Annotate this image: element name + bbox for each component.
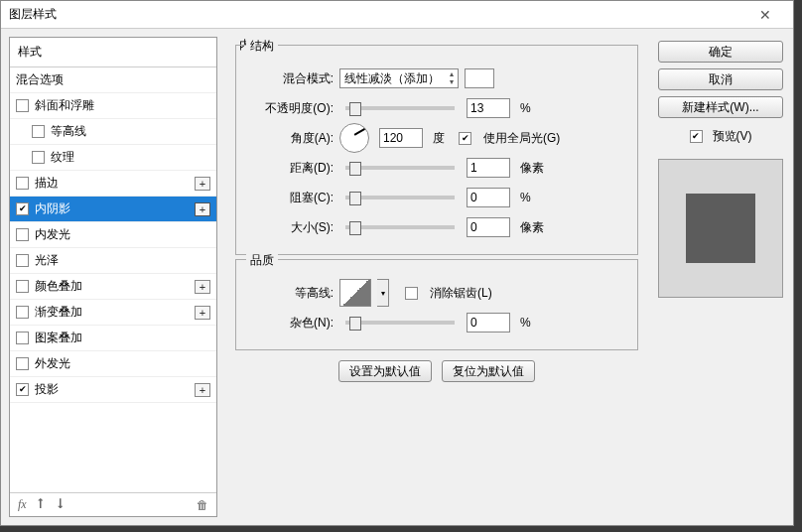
checkbox-preview[interactable] (690, 130, 703, 143)
angle-dial[interactable] (339, 123, 369, 153)
distance-label: 距离(D): (248, 160, 334, 177)
global-light-label: 使用全局光(G) (483, 130, 560, 147)
row-gradient-overlay[interactable]: 渐变叠加+ (10, 300, 216, 326)
add-gradient-overlay-icon[interactable]: + (195, 306, 210, 320)
choke-slider[interactable] (345, 196, 455, 200)
checkbox-outer-glow[interactable] (16, 357, 29, 370)
checkbox-bevel[interactable] (16, 99, 29, 112)
checkbox-pattern-overlay[interactable] (16, 332, 29, 344)
ok-button[interactable]: 确定 (658, 41, 783, 63)
checkbox-texture-sub[interactable] (32, 151, 45, 164)
row-pattern-overlay[interactable]: 图案叠加 (10, 326, 216, 351)
opacity-label: 不透明度(O): (248, 100, 334, 117)
layer-style-dialog: 图层样式 ✕ 样式 混合选项 斜面和浮雕 等高线 纹理 描边+ 内阴影+ 内发光… (0, 0, 794, 526)
checkbox-global-light[interactable] (459, 132, 471, 145)
angle-label: 角度(A): (248, 130, 334, 147)
trash-icon[interactable]: 🗑 (197, 498, 208, 512)
row-outer-glow[interactable]: 外发光 (10, 351, 216, 377)
distance-slider[interactable] (345, 166, 455, 170)
quality-group: 品质 等高线: ▾ 消除锯齿(L) 杂色(N): 0 % (235, 259, 638, 350)
opacity-input[interactable]: 13 (467, 98, 510, 118)
fx-icon[interactable]: fx (18, 497, 27, 512)
inner-shadow-group: 内阴影 结构 混合模式: 线性减淡（添加） ▴▾ 不透明度(O): (229, 45, 644, 382)
add-drop-shadow-icon[interactable]: + (195, 383, 210, 397)
checkbox-satin[interactable] (16, 254, 29, 267)
cancel-button[interactable]: 取消 (658, 68, 783, 90)
quality-title: 品质 (246, 252, 278, 269)
noise-slider[interactable] (345, 321, 455, 325)
contour-dropdown-icon[interactable]: ▾ (377, 279, 389, 307)
contour-label: 等高线: (248, 285, 334, 302)
blend-mode-label: 混合模式: (248, 70, 334, 87)
new-style-button[interactable]: 新建样式(W)... (658, 96, 783, 118)
styles-list: 混合选项 斜面和浮雕 等高线 纹理 描边+ 内阴影+ 内发光 光泽 颜色叠加+ … (10, 67, 216, 492)
row-bevel[interactable]: 斜面和浮雕 (10, 93, 216, 119)
add-stroke-icon[interactable]: + (195, 177, 210, 191)
noise-input[interactable]: 0 (467, 313, 510, 332)
checkbox-color-overlay[interactable] (16, 280, 29, 293)
row-color-overlay[interactable]: 颜色叠加+ (10, 274, 216, 300)
preview-label: 预览(V) (713, 128, 752, 145)
checkbox-anti-alias[interactable] (405, 287, 418, 300)
titlebar: 图层样式 ✕ (1, 1, 793, 29)
angle-input[interactable]: 120 (379, 128, 423, 148)
close-button[interactable]: ✕ (745, 2, 785, 28)
checkbox-inner-shadow[interactable] (16, 202, 29, 215)
blend-mode-select[interactable]: 线性减淡（添加） ▴▾ (339, 68, 459, 88)
add-color-overlay-icon[interactable]: + (195, 280, 210, 294)
row-inner-shadow[interactable]: 内阴影+ (10, 197, 216, 222)
row-stroke[interactable]: 描边+ (10, 171, 216, 197)
checkbox-stroke[interactable] (16, 177, 29, 190)
row-inner-glow[interactable]: 内发光 (10, 222, 216, 248)
distance-input[interactable]: 1 (467, 158, 510, 178)
dialog-title: 图层样式 (9, 6, 57, 23)
anti-alias-label: 消除锯齿(L) (430, 285, 492, 302)
arrow-down-icon[interactable]: 🠗 (55, 497, 67, 512)
preview-box (658, 159, 783, 298)
checkbox-inner-glow[interactable] (16, 228, 29, 241)
choke-input[interactable]: 0 (467, 188, 510, 207)
color-swatch[interactable] (465, 68, 494, 88)
settings-panel: 内阴影 结构 混合模式: 线性减淡（添加） ▴▾ 不透明度(O): (225, 37, 648, 517)
right-panel: 确定 取消 新建样式(W)... 预览(V) (656, 37, 785, 517)
row-drop-shadow[interactable]: 投影+ (10, 377, 216, 403)
styles-footer: fx 🠕 🠗 🗑 (10, 492, 216, 516)
select-arrows-icon: ▴▾ (450, 70, 454, 86)
row-blending-options[interactable]: 混合选项 (10, 67, 216, 93)
styles-panel: 样式 混合选项 斜面和浮雕 等高线 纹理 描边+ 内阴影+ 内发光 光泽 颜色叠… (9, 37, 217, 517)
checkbox-gradient-overlay[interactable] (16, 306, 29, 319)
structure-title: 结构 (246, 38, 278, 55)
noise-label: 杂色(N): (248, 315, 334, 332)
contour-swatch[interactable] (339, 279, 371, 307)
row-contour-sub[interactable]: 等高线 (10, 119, 216, 145)
row-texture-sub[interactable]: 纹理 (10, 145, 216, 171)
choke-label: 阻塞(C): (248, 190, 334, 206)
arrow-up-icon[interactable]: 🠕 (35, 497, 47, 512)
structure-group: 结构 混合模式: 线性减淡（添加） ▴▾ 不透明度(O): 13 % (235, 45, 638, 255)
size-input[interactable]: 0 (467, 217, 510, 237)
reset-default-button[interactable]: 复位为默认值 (442, 360, 535, 382)
preview-swatch (686, 194, 755, 263)
row-satin[interactable]: 光泽 (10, 248, 216, 274)
add-inner-shadow-icon[interactable]: + (195, 202, 210, 216)
opacity-slider[interactable] (345, 106, 455, 110)
styles-header: 样式 (10, 38, 216, 67)
set-default-button[interactable]: 设置为默认值 (338, 360, 432, 382)
checkbox-contour-sub[interactable] (32, 125, 45, 138)
size-label: 大小(S): (248, 219, 334, 236)
size-slider[interactable] (345, 225, 455, 229)
checkbox-drop-shadow[interactable] (16, 383, 29, 396)
